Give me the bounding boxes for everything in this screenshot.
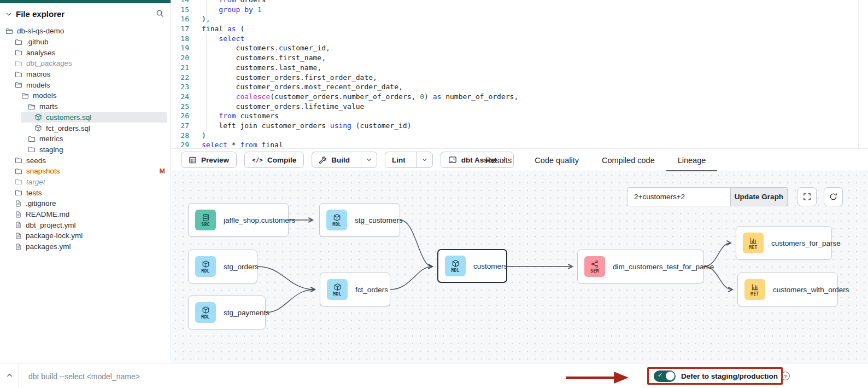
file-tree-item-snapshots[interactable]: snapshotsM — [0, 166, 171, 177]
lint-split-button: Lint — [385, 152, 433, 168]
folder-icon — [15, 38, 22, 46]
metric-icon: MET — [743, 233, 764, 253]
file-tree-item-tests[interactable]: tests — [0, 187, 171, 198]
defer-toggle[interactable]: ✓ — [654, 370, 676, 382]
file-icon — [15, 232, 22, 240]
tab-results[interactable]: Results — [474, 149, 523, 171]
build-dropdown-button[interactable] — [361, 152, 377, 167]
code-icon: </> — [252, 157, 263, 164]
search-icon[interactable] — [156, 9, 164, 18]
line-number: 26 — [172, 111, 189, 121]
cube-icon: MDL — [195, 302, 216, 323]
file-tree-item-package-lock.yml[interactable]: package-lock.yml — [0, 230, 171, 241]
chevron-down-icon[interactable] — [5, 11, 12, 18]
lineage-graph[interactable]: SRCjaffle_shop.customersMDLstg_customers… — [172, 171, 868, 363]
lineage-node-fct_orders[interactable]: MDLfct_orders — [320, 273, 390, 306]
folder-icon — [15, 60, 22, 67]
folder-open-icon — [28, 103, 36, 111]
lineage-edge — [257, 267, 315, 289]
file-tree-item-marts[interactable]: marts — [0, 101, 171, 112]
code-editor[interactable]: 14 from orders15 group by 116),17final a… — [172, 0, 868, 148]
file-tree-item-dbt_packages[interactable]: dbt_packages — [0, 58, 171, 69]
indent-guide — [206, 0, 207, 20]
file-tree-item-models[interactable]: models — [0, 79, 171, 90]
tab-compiled-code[interactable]: Compiled code — [590, 149, 666, 171]
cube-icon: MDL — [327, 279, 348, 300]
file-explorer-title: File explorer — [16, 9, 64, 19]
lineage-node-customers[interactable]: MDLcustomers — [437, 249, 507, 283]
lineage-edge — [390, 267, 432, 289]
file-tree-item-README.md[interactable]: README.md — [0, 209, 171, 220]
command-input[interactable] — [27, 368, 538, 385]
modified-badge: M — [160, 167, 171, 175]
refresh-icon — [829, 193, 837, 201]
check-icon: ✓ — [658, 372, 662, 379]
help-icon[interactable]: ? — [781, 372, 790, 380]
file-tree-item-packages.yml[interactable]: packages.yml — [0, 241, 171, 252]
file-explorer-panel: File explorer db-sl-qs-demo.githubanalys… — [0, 0, 171, 363]
line-number: 17 — [172, 24, 189, 34]
file-tree-item-dbt_project.yml[interactable]: dbt_project.yml — [0, 219, 171, 230]
lineage-node-dim_customers_test_for_parse[interactable]: SEMdim_customers_test_for_parse — [577, 250, 703, 283]
tab-lineage[interactable]: Lineage — [666, 149, 718, 171]
line-number: 14 — [172, 0, 189, 5]
chevron-down-icon — [366, 157, 372, 163]
file-tree: db-sl-qs-demo.githubanalysesdbt_packages… — [0, 26, 171, 252]
semantic-icon: SEM — [584, 256, 605, 277]
lint-button[interactable]: Lint — [385, 152, 412, 167]
file-tree-item-staging[interactable]: staging — [0, 144, 171, 155]
file-tree-item-fct_orders.sql[interactable]: fct_orders.sql — [0, 123, 171, 134]
compile-button[interactable]: </> Compile — [244, 152, 304, 168]
file-tree-item-.github[interactable]: .github — [0, 37, 171, 48]
folder-icon — [15, 71, 22, 78]
graph-selector: Update Graph — [627, 187, 788, 206]
dbt-cloud-ide: File explorer db-sl-qs-demo.githubanalys… — [0, 0, 868, 388]
update-graph-button[interactable]: Update Graph — [731, 187, 788, 206]
graph-selector-input[interactable] — [627, 187, 731, 206]
file-tree-item-.gitignore[interactable]: .gitignore — [0, 198, 171, 209]
line-number: 18 — [172, 34, 189, 44]
cube-icon: MDL — [445, 256, 466, 276]
file-tree-item-macros[interactable]: macros — [0, 69, 171, 80]
lineage-node-stg_payments[interactable]: MDLstg_payments — [188, 296, 266, 329]
cube-icon: MDL — [195, 256, 216, 277]
lineage-edge — [266, 289, 315, 312]
lineage-node-customers_with_orders[interactable]: METcustomers_with_orders — [737, 273, 838, 306]
metric-icon: MET — [744, 279, 765, 300]
lineage-node-stg_customers[interactable]: MDLstg_customers — [319, 203, 400, 237]
file-tree-item-target[interactable]: target — [0, 177, 171, 188]
lineage-node-customers_for_parse[interactable]: METcustomers_for_parse — [736, 226, 832, 260]
refresh-button[interactable] — [824, 187, 843, 206]
folder-icon — [15, 157, 22, 164]
file-icon — [15, 243, 22, 251]
fullscreen-button[interactable] — [797, 187, 817, 206]
chevron-up-icon[interactable] — [6, 372, 13, 379]
line-number: 27 — [172, 121, 189, 131]
database-icon: SRC — [195, 210, 216, 230]
file-tree-item-seeds[interactable]: seeds — [0, 155, 171, 166]
file-tree-item-analyses[interactable]: analyses — [0, 47, 171, 58]
preview-button[interactable]: Preview — [181, 152, 237, 168]
toggle-knob — [666, 372, 675, 380]
file-tree-item-models[interactable]: models — [0, 90, 171, 101]
file-tree-item-customers.sql[interactable]: customers.sql — [21, 112, 167, 123]
file-tree-item-db-sl-qs-demo[interactable]: db-sl-qs-demo — [0, 26, 171, 37]
cube-icon: MDL — [326, 210, 347, 230]
lineage-node-jaffle_shop.customers[interactable]: SRCjaffle_shop.customers — [188, 203, 289, 237]
line-number: 23 — [172, 82, 189, 92]
lineage-node-stg_orders[interactable]: MDLstg_orders — [188, 250, 257, 283]
code-lines: 14 from orders15 group by 116),17final a… — [172, 0, 868, 148]
folder-icon — [15, 178, 22, 186]
lint-dropdown-button[interactable] — [417, 152, 432, 167]
defer-toggle-label: Defer to staging/production — [681, 372, 778, 380]
editor-right-divider — [858, 0, 859, 148]
indent-guide — [206, 34, 207, 131]
result-tabs: ResultsCode qualityCompiled codeLineage — [474, 149, 717, 171]
file-tree-item-metrics[interactable]: metrics — [0, 134, 171, 144]
line-number: 16 — [172, 14, 189, 24]
tab-code-quality[interactable]: Code quality — [523, 149, 590, 171]
build-split-button: Build — [312, 152, 377, 168]
folder-icon — [28, 135, 36, 143]
line-number: 20 — [172, 53, 189, 63]
build-button[interactable]: Build — [312, 152, 356, 167]
